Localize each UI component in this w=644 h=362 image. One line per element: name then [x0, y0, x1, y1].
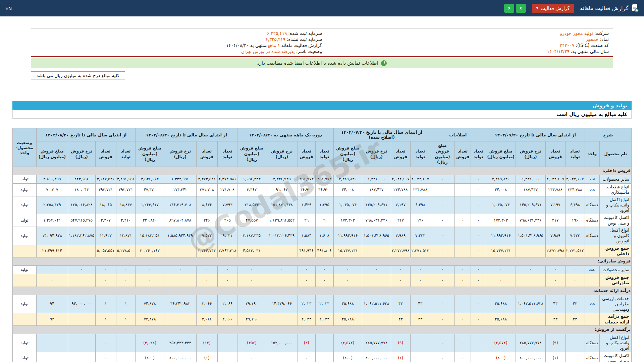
status-cell: تولید	[13, 227, 37, 245]
table-row: انواع اکسل کامیون و اتوبوسدستگاه۷,۴۲۳۷,۹…	[13, 227, 632, 245]
value-cell: (۱)	[545, 352, 565, 362]
unit-cell: عدد	[585, 184, 600, 196]
value-cell: ۹	[315, 214, 333, 227]
value-cell: ۷۹۸,۶۳۱,۳۳۶	[362, 214, 391, 227]
table-row: خدمات بازرسی ،طراحی ومهندسیعدد۴۳۴۳۱,۰۶۲,…	[13, 295, 632, 313]
value-cell	[68, 334, 95, 352]
unit-cell	[585, 313, 600, 326]
value-cell: ۲۸۵,۷۷۷,۷۷۸	[362, 334, 391, 352]
value-cell: ۳,۵۴۶,۰۶۴	[136, 175, 164, 184]
horizontal-divider	[0, 91, 644, 91]
value-cell: ۵۴۷,۹۱۵,۴۷۵	[68, 214, 95, 227]
info-label: نماد:	[600, 37, 609, 42]
value-cell: ۴۳	[411, 313, 430, 326]
product-name-cell: انواع اکسل وانت،پیکاپ و آفرود	[600, 334, 632, 352]
value-cell: ۰	[545, 266, 565, 274]
header-measure: تعداد فروش	[196, 141, 217, 167]
value-cell: ۰	[455, 245, 471, 257]
language-toggle[interactable]: EN	[5, 6, 12, 11]
info-label: سال مالی منتهی به:	[571, 49, 609, 54]
header-period-group: از ابتدای سال مالی تا تاریخ ۱۴۰۳/۰۸/۳۰	[36, 128, 136, 141]
info-icon: i	[381, 60, 387, 66]
unit-cell: دستگاه	[585, 334, 600, 352]
header-measure: نرخ فروش (ریال)	[164, 141, 196, 167]
value-cell: ۰	[36, 352, 68, 362]
value-cell: ۱,۰۴۵,۰۷۴	[486, 196, 516, 214]
value-cell: ۸۰۰,۰۰۰,۰۰۰	[362, 352, 391, 362]
product-name-cell: اکسل کامیونت و مینی بوس	[600, 352, 632, 362]
signature-banner: i اطلاعات نمایش داده شده با اطلاعات امضا…	[31, 58, 613, 68]
info-field: سال مالی منتهی به:۱۴۰۴/۱۲/۲۹	[322, 48, 609, 54]
table-row: انواع اکسل وانت،پیکاپ و آفروددستگاه(۹)۲۸…	[13, 334, 632, 352]
amounts-note-tab[interactable]: کلیه مبالغ درج شده به میلیون ریال می باش…	[31, 71, 125, 79]
value-cell: ۸۰۰,۰۰۰,۰۰۰	[164, 352, 196, 362]
value-cell	[68, 313, 95, 326]
value-cell: ۱	[95, 295, 116, 313]
header-measure: تعداد فروش	[391, 141, 411, 167]
value-cell: ۰	[237, 274, 266, 287]
value-cell: ۷,۴۲۳	[565, 227, 585, 245]
header-measure: تعداد تولید	[315, 141, 333, 167]
next-report-button[interactable]: ›	[516, 4, 526, 13]
value-cell: ۲,۰۲۲,۶۰۷	[545, 175, 565, 184]
header-measure: تعداد فروش	[298, 141, 315, 167]
header-period-group: اصلاحات	[430, 128, 486, 141]
value-cell: (۹)	[545, 334, 565, 352]
value-cell: ۱,۵۸۴	[298, 227, 315, 245]
value-cell: ۴۳	[391, 295, 411, 313]
product-name-cell: خدمات بازرسی ،طراحی ومهندسی	[600, 295, 632, 313]
value-cell: (۹)	[391, 334, 411, 352]
value-cell: ۰	[471, 227, 486, 245]
value-cell: ۱۸,۰۶۵	[95, 196, 116, 214]
header-measure: تعداد فروش	[455, 141, 471, 167]
table-wrapper: شرحاز ابتدای سال مالی تا تاریخ ۱۴۰۴/۰۷/۳…	[12, 128, 632, 362]
value-cell: ۰	[237, 266, 266, 274]
section-label: درآمد ارائه خدمات:	[13, 287, 632, 295]
value-cell: ۰	[333, 274, 362, 287]
value-cell: ۰	[471, 274, 486, 287]
value-cell: ۸۹۷,۸۰۴,۸۷۸	[164, 214, 196, 227]
status-cell: تولید	[13, 352, 37, 362]
section-row: فروش صادراتی:	[13, 257, 632, 266]
value-cell: ۷,۴۲۳	[411, 227, 430, 245]
value-cell: ۲۳۴,۷۸۸	[545, 184, 565, 196]
value-cell: ۱,۲۶۴,۰۴۱	[36, 214, 68, 227]
value-cell: ۰	[430, 245, 454, 257]
value-cell: ۲۱۸,۵۴۳	[237, 196, 266, 214]
value-cell: ۰	[471, 196, 486, 214]
value-cell: ۵,۰۵۲,۵۵۱	[95, 245, 116, 257]
value-cell: ۲۳۴,۷۸۸	[391, 184, 411, 196]
value-cell: ۰	[430, 175, 454, 184]
value-cell: ۱۲,۸۷۱	[116, 227, 136, 245]
value-cell: ۸,۶۳۶	[196, 196, 217, 214]
header-measure: مبلغ فروش (میلیون ریال)	[36, 141, 68, 167]
page: گزارش فعالیت ماهانه گزارش فعالیت ▼ › ‹ E…	[0, 0, 644, 362]
header-period-group: از ابتدای سال مالی تا تاریخ ۱۴۰۴/۰۸/۳۰	[136, 128, 237, 141]
value-cell: ۴۳	[565, 295, 585, 313]
value-cell: ۴,۵۱۳,۰۳۱	[237, 245, 266, 257]
value-cell: ۱۷۳,۳۰۳	[486, 214, 516, 227]
value-cell: ۱۸۷,۴۳۷	[362, 184, 391, 196]
info-label: سرمایه ثبت نشده:	[287, 37, 322, 42]
value-cell: ۴۵۱,۹۷۴	[315, 175, 333, 184]
report-type-button[interactable]: گزارش فعالیت ▼	[532, 4, 574, 13]
value-cell	[266, 313, 298, 326]
value-cell: ۹۴	[36, 313, 68, 326]
value-cell: ۶,۴۹۸	[565, 196, 585, 214]
value-cell: ۱,۲۶۳,۶۱۷	[136, 196, 164, 214]
value-cell: ۱,۶۰۸	[315, 227, 333, 245]
value-cell: ۰	[455, 196, 471, 214]
value-cell: ۰	[36, 274, 68, 287]
value-cell: (۸۰۰)	[333, 352, 362, 362]
info-value: خمحور	[586, 37, 598, 42]
previous-report-button[interactable]: ‹	[504, 4, 514, 13]
report-type-label: گزارش فعالیت	[541, 6, 570, 11]
value-cell: ۰	[471, 214, 486, 227]
value-cell: ۴۷,۵۵۷	[237, 214, 266, 227]
value-cell: ۲۸۵,۷۷۷,۷۷۸	[516, 334, 545, 352]
group-header-row: شرحاز ابتدای سال مالی تا تاریخ ۱۴۰۴/۰۷/۳…	[13, 128, 632, 141]
header-measure: تعداد فروش	[545, 141, 565, 167]
value-cell: ۲,۴۸۹,۸۳۰	[333, 175, 362, 184]
value-cell: ۰	[36, 334, 68, 352]
value-cell	[164, 313, 196, 326]
